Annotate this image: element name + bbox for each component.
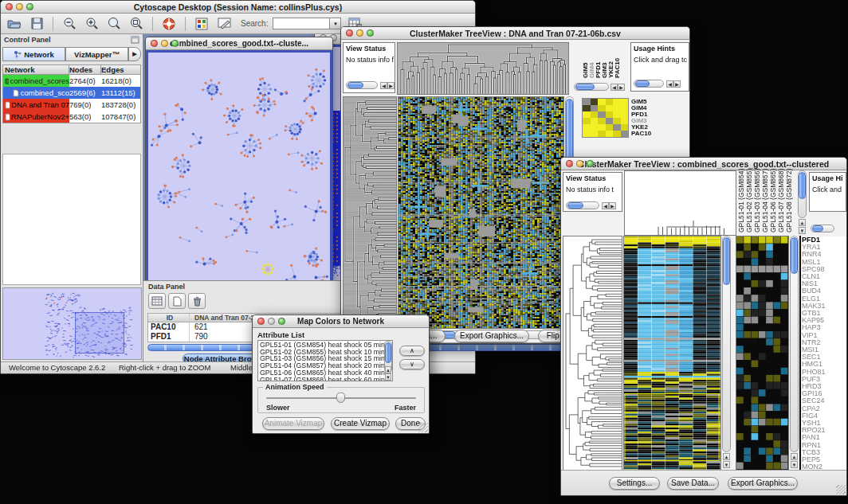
tv1-row-dendrogram[interactable]: [343, 96, 397, 329]
column-label[interactable]: GPL51-06 (GSM865): [769, 170, 777, 234]
network-window-1[interactable]: combined_scores_good.txt--cluste...: [145, 37, 333, 293]
help-lifesaver-icon[interactable]: [160, 16, 178, 32]
zoom-window-icon[interactable]: [26, 3, 33, 10]
scroll-down-icon[interactable]: ▼: [791, 461, 798, 468]
dialog-titlebar[interactable]: Map Colors to Network: [253, 315, 429, 328]
resize-grip[interactable]: [836, 485, 846, 494]
network-row-selected[interactable]: combined_sco 2569(6) 13112(15): [3, 87, 140, 99]
tv1-matrix-hscrollbar[interactable]: [574, 83, 609, 91]
scroll-left-icon[interactable]: ◀: [380, 82, 387, 89]
zoom-selected-icon[interactable]: [128, 16, 145, 32]
minimize-icon[interactable]: [16, 3, 23, 10]
column-label[interactable]: GPL51-04 (GSM857): [761, 170, 769, 234]
tv1-heatmap[interactable]: [398, 96, 564, 329]
tv2-column-labels: GPL51-01 (GSM854)GPL51-02 (GSM855)GPL51-…: [737, 170, 793, 234]
scroll-right-icon[interactable]: ▶: [609, 202, 616, 209]
scroll-right-icon[interactable]: ▶: [618, 84, 625, 91]
tab-overflow-button[interactable]: ▶: [128, 47, 141, 61]
delete-attribute-icon[interactable]: [188, 293, 206, 309]
close-icon[interactable]: [151, 40, 158, 47]
column-label[interactable]: GPL51-08 (GSM872): [785, 170, 793, 234]
zoom-fit-icon[interactable]: [105, 16, 123, 32]
attribute-list[interactable]: GPL51-01 (GSM854) heat shock 05 minGPL51…: [257, 340, 393, 381]
network-canvas-1[interactable]: [146, 50, 332, 292]
tv2-collabel-vscrollbar[interactable]: [798, 170, 807, 218]
minimize-icon[interactable]: [268, 318, 275, 325]
minimize-icon[interactable]: [356, 29, 363, 37]
open-folder-icon[interactable]: [6, 16, 23, 32]
tv1-column-dendrogram[interactable]: [397, 42, 569, 95]
column-label[interactable]: GPL51-03 (GSM856): [753, 170, 761, 234]
slider-thumb[interactable]: [336, 393, 345, 403]
scroll-left-icon[interactable]: ◀: [666, 80, 673, 88]
tv2-row-dendrogram[interactable]: [563, 236, 622, 471]
zoom-window-icon[interactable]: [171, 40, 179, 47]
zoom-window-icon[interactable]: [367, 29, 374, 37]
search-combobox[interactable]: ▼: [273, 18, 341, 29]
float-panel-icon[interactable]: [131, 36, 139, 44]
minimize-icon[interactable]: [161, 40, 168, 47]
network-row-dna-tran[interactable]: DNA and Tran 07 769(0) 183728(0): [3, 99, 140, 111]
scroll-right-icon[interactable]: ▶: [673, 80, 681, 88]
tv2-status-scrollbar[interactable]: [566, 201, 599, 209]
vizmap-grid-icon[interactable]: [193, 16, 210, 32]
move-down-button[interactable]: ∨: [399, 359, 425, 369]
tab-network[interactable]: Network: [2, 47, 65, 61]
network-row-combined-scores[interactable]: combined_scores 2764(0) 16218(0): [3, 75, 140, 87]
create-vizmap-button[interactable]: Create Vizmap: [331, 417, 390, 430]
similarity-matrix[interactable]: [582, 98, 629, 138]
save-icon[interactable]: [28, 16, 45, 32]
tv2-column-dendrogram[interactable]: [624, 170, 736, 236]
scroll-down-icon[interactable]: ▼: [723, 461, 730, 468]
animation-speed-label: Animation Speed: [263, 383, 327, 391]
tv2-export-graphics-button[interactable]: Export Graphics...: [728, 477, 798, 490]
tv2-zoom-heatmap[interactable]: [736, 236, 789, 471]
tv2-hints-scrollbar[interactable]: [811, 225, 834, 232]
scroll-up-icon[interactable]: ▲: [791, 453, 798, 460]
treeview2-titlebar[interactable]: ClusterMaker TreeView : combined_scores_…: [561, 158, 846, 170]
column-label[interactable]: GPL51-02 (GSM855): [745, 170, 753, 234]
annotation-icon[interactable]: [215, 16, 233, 32]
scroll-left-icon[interactable]: ◀: [602, 202, 609, 209]
search-input[interactable]: [273, 18, 330, 29]
treeview1-titlebar[interactable]: ClusterMaker TreeView : DNA and Tran 07-…: [341, 27, 689, 40]
minimize-icon[interactable]: [576, 160, 583, 167]
scroll-up-icon[interactable]: ▲: [799, 219, 806, 226]
resize-grip[interactable]: [418, 423, 428, 432]
column-label[interactable]: GPL51-07 (GSM868): [777, 170, 785, 234]
tv2-zoom-vscrollbar[interactable]: [790, 236, 799, 452]
close-icon[interactable]: [566, 160, 573, 167]
tv1-export-graphics-button[interactable]: Export Graphics...: [454, 330, 529, 342]
network-table-header[interactable]: Network Nodes Edges: [3, 65, 140, 75]
network-row-rnapuber[interactable]: RNAPuberNov2+ 563(0) 107847(0): [3, 111, 140, 123]
close-icon[interactable]: [6, 3, 13, 10]
scroll-up-icon[interactable]: ▲: [385, 366, 391, 373]
zoom-window-icon[interactable]: [587, 160, 594, 167]
tv1-hints-scrollbar[interactable]: [634, 80, 664, 88]
tv2-heatmap[interactable]: [623, 236, 721, 471]
animate-vizmap-button[interactable]: Animate Vizmap: [262, 417, 324, 430]
zoom-in-icon[interactable]: [83, 16, 100, 32]
tv1-status-scrollbar[interactable]: [346, 81, 378, 89]
scroll-left-icon[interactable]: ◀: [610, 84, 618, 91]
birdseye-view[interactable]: [2, 287, 142, 360]
main-titlebar[interactable]: Cytoscape Desktop (Session Name: collins…: [1, 1, 475, 14]
table-view-icon[interactable]: [148, 293, 166, 309]
new-attribute-icon[interactable]: [168, 293, 186, 309]
tv2-settings-button[interactable]: Settings...: [609, 477, 660, 490]
tab-vizmapper[interactable]: VizMapper™: [65, 47, 128, 61]
scroll-down-icon[interactable]: ▼: [799, 227, 806, 234]
move-up-button[interactable]: ∧: [399, 346, 425, 356]
zoom-out-icon[interactable]: [61, 16, 78, 32]
close-icon[interactable]: [346, 29, 353, 37]
zoom-window-icon[interactable]: [278, 318, 285, 325]
tv2-heatmap-vscrollbar[interactable]: [722, 236, 731, 452]
search-dropdown-icon[interactable]: ▼: [330, 18, 341, 29]
column-label[interactable]: GPL51-01 (GSM854): [737, 170, 745, 234]
tv2-save-data-button[interactable]: Save Data...: [667, 477, 719, 490]
close-icon[interactable]: [257, 318, 265, 325]
attribute-list-item[interactable]: GPL51-07 (GSM868) heat shock 60 min: [258, 377, 392, 381]
scroll-down-icon[interactable]: ▼: [385, 373, 391, 381]
scroll-right-icon[interactable]: ▶: [387, 82, 395, 89]
scroll-up-icon[interactable]: ▲: [723, 453, 730, 460]
